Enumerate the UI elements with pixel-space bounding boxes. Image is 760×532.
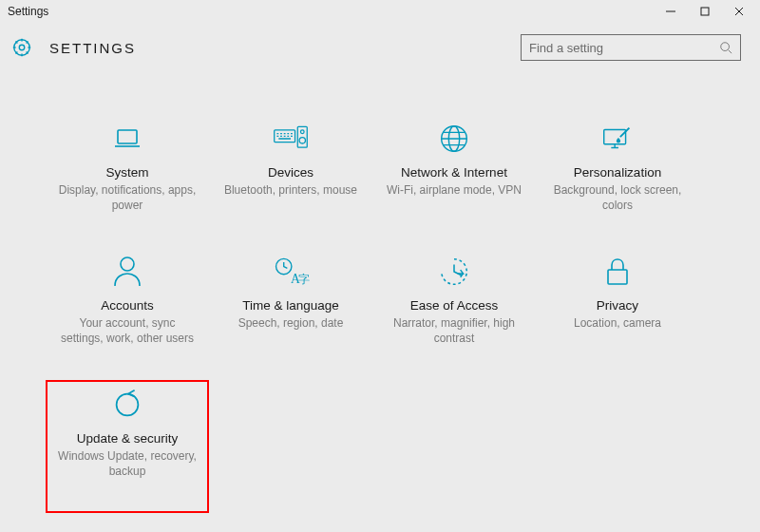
svg-point-1 bbox=[19, 45, 25, 50]
titlebar: Settings bbox=[0, 0, 760, 23]
tile-desc: Background, lock screen, colors bbox=[545, 182, 690, 213]
laptop-icon bbox=[108, 120, 146, 158]
svg-point-8 bbox=[299, 138, 305, 143]
page-title: SETTINGS bbox=[49, 40, 136, 56]
gear-icon bbox=[11, 37, 32, 58]
minimize-button[interactable] bbox=[654, 1, 688, 22]
clock-language-icon: A 字 bbox=[272, 253, 310, 291]
globe-icon bbox=[435, 120, 473, 158]
lock-icon bbox=[598, 253, 636, 291]
search-input[interactable]: Find a setting bbox=[521, 34, 741, 61]
monitor-brush-icon bbox=[598, 120, 636, 158]
tile-title: System bbox=[105, 165, 148, 180]
tile-desc: Display, notifications, apps, power bbox=[55, 182, 200, 213]
tile-desc: Speech, region, date bbox=[237, 315, 346, 331]
svg-point-2 bbox=[14, 40, 30, 56]
tile-title: Ease of Access bbox=[410, 298, 498, 313]
header: SETTINGS Find a setting bbox=[0, 23, 760, 68]
tile-desc: Location, camera bbox=[572, 315, 663, 331]
tile-time-language[interactable]: A 字 Time & language Speech, region, date bbox=[209, 247, 372, 380]
svg-rect-11 bbox=[604, 129, 626, 143]
tile-title: Devices bbox=[268, 165, 314, 180]
tile-system[interactable]: System Display, notifications, apps, pow… bbox=[46, 114, 209, 247]
tile-desc: Windows Update, recovery, backup bbox=[55, 448, 200, 479]
keyboard-speaker-icon bbox=[272, 120, 310, 158]
svg-rect-4 bbox=[118, 130, 137, 143]
maximize-button[interactable] bbox=[688, 1, 722, 22]
tile-desc: Wi-Fi, airplane mode, VPN bbox=[385, 182, 523, 198]
tile-devices[interactable]: Devices Bluetooth, printers, mouse bbox=[209, 114, 372, 247]
tile-desc: Bluetooth, printers, mouse bbox=[222, 182, 359, 198]
tile-desc: Narrator, magnifier, high contrast bbox=[382, 315, 526, 346]
window-title: Settings bbox=[4, 5, 48, 18]
svg-rect-16 bbox=[608, 270, 627, 284]
close-button[interactable] bbox=[722, 1, 756, 22]
tile-title: Update & security bbox=[77, 431, 179, 446]
svg-point-3 bbox=[721, 43, 730, 51]
tile-accounts[interactable]: Accounts Your account, sync settings, wo… bbox=[46, 247, 209, 380]
svg-text:字: 字 bbox=[298, 273, 310, 286]
svg-rect-0 bbox=[701, 8, 709, 15]
tile-personalization[interactable]: Personalization Background, lock screen,… bbox=[536, 114, 699, 247]
tile-update-security[interactable]: Update & security Windows Update, recove… bbox=[46, 380, 209, 513]
svg-point-12 bbox=[121, 257, 134, 271]
search-icon bbox=[719, 41, 732, 54]
search-placeholder: Find a setting bbox=[529, 41, 719, 55]
tile-ease-of-access[interactable]: Ease of Access Narrator, magnifier, high… bbox=[372, 247, 536, 380]
person-icon bbox=[108, 253, 146, 291]
tile-title: Time & language bbox=[242, 298, 339, 313]
tile-network[interactable]: Network & Internet Wi-Fi, airplane mode,… bbox=[372, 114, 536, 247]
tile-title: Network & Internet bbox=[401, 165, 507, 180]
tile-title: Privacy bbox=[597, 298, 638, 313]
svg-point-7 bbox=[300, 130, 304, 134]
tile-title: Personalization bbox=[574, 165, 661, 180]
settings-grid: System Display, notifications, apps, pow… bbox=[0, 68, 760, 513]
tile-privacy[interactable]: Privacy Location, camera bbox=[536, 247, 699, 380]
ease-of-access-icon bbox=[435, 253, 473, 291]
update-icon bbox=[108, 386, 146, 424]
tile-title: Accounts bbox=[101, 298, 154, 313]
tile-desc: Your account, sync settings, work, other… bbox=[55, 315, 200, 346]
